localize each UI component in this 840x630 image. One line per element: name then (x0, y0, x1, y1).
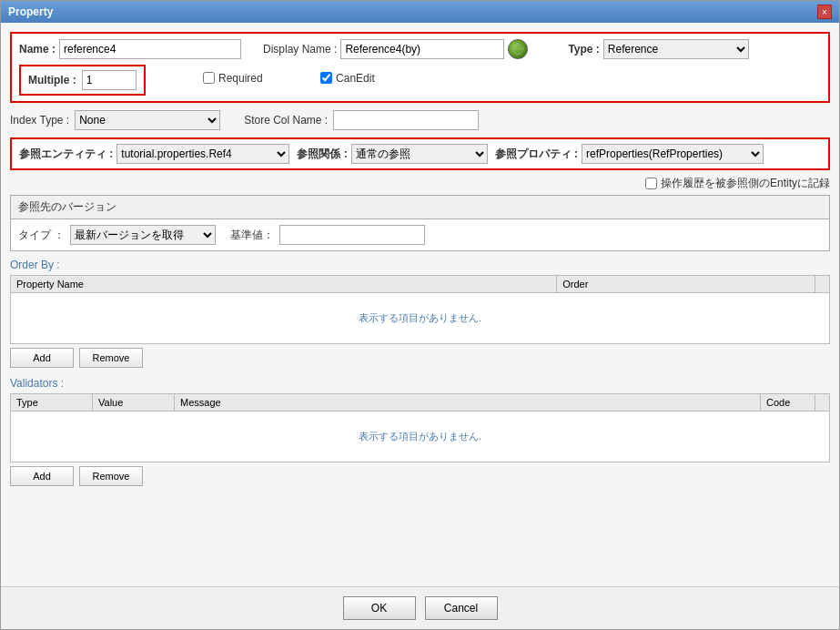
version-section-title: 参照先のバージョン (11, 196, 829, 219)
order-by-col-property: Property Name (11, 276, 557, 293)
name-type-section: Name : Display Name : Type : Reference (10, 32, 830, 103)
operation-log-row: 操作履歴を被参照側のEntityに記録 (10, 176, 830, 191)
validators-col-actions (815, 394, 830, 412)
order-by-empty-message: 表示する項目がありません. (11, 293, 830, 344)
order-by-col-order: Order (557, 276, 815, 293)
dialog-content: Name : Display Name : Type : Reference (1, 23, 839, 586)
validators-empty-message: 表示する項目がありません. (11, 412, 830, 462)
ref-relation-select[interactable]: 通常の参照 (351, 144, 488, 164)
can-edit-label: CanEdit (336, 72, 375, 85)
window-title: Property (8, 5, 53, 18)
multiple-input[interactable] (82, 70, 137, 90)
globe-icon[interactable] (508, 39, 528, 59)
multiple-section: Multiple : (19, 65, 146, 96)
version-type-label: タイプ ： (18, 228, 65, 243)
ref-entity-select[interactable]: tutorial.properties.Ref4 (116, 144, 289, 164)
validators-label: Validators : (10, 377, 830, 390)
display-name-label: Display Name : (263, 43, 337, 56)
validators-empty-row: 表示する項目がありません. (11, 412, 830, 462)
validators-table: Type Value Message Code 表示する項目がありません. (10, 393, 830, 462)
ok-button[interactable]: OK (343, 596, 416, 620)
version-type-select[interactable]: 最新バージョンを取得 (70, 225, 216, 245)
property-dialog: Property × Name : Display Name : (0, 0, 840, 630)
order-by-add-button[interactable]: Add (10, 348, 74, 368)
order-by-remove-button[interactable]: Remove (79, 348, 143, 368)
cancel-button[interactable]: Cancel (425, 596, 498, 620)
validators-col-value: Value (93, 394, 175, 412)
can-edit-checkbox[interactable] (320, 72, 332, 84)
type-label: Type : (568, 43, 599, 56)
index-type-select[interactable]: None (75, 110, 220, 130)
order-by-empty-row: 表示する項目がありません. (11, 293, 830, 344)
name-input[interactable] (59, 39, 241, 59)
order-by-col-actions (815, 276, 830, 293)
validators-buttons: Add Remove (10, 466, 830, 486)
validators-col-message: Message (175, 394, 761, 412)
ref-relation-label: 参照関係 : (297, 147, 347, 162)
version-content: タイプ ： 最新バージョンを取得 基準値： (11, 219, 829, 250)
ref-prop-select[interactable]: refProperties(RefProperties) (582, 144, 764, 164)
ref-prop-label: 参照プロパティ : (495, 147, 578, 162)
validators-col-code: Code (761, 394, 815, 412)
title-bar: Property × (1, 1, 839, 23)
name-label: Name : (19, 43, 56, 56)
type-select[interactable]: Reference (603, 39, 749, 59)
version-section: 参照先のバージョン タイプ ： 最新バージョンを取得 基準値： (10, 195, 830, 251)
index-row: Index Type : None Store Col Name : (10, 110, 830, 130)
order-by-section: Order By : Property Name Order 表示する項目があり… (10, 259, 830, 368)
ref-entity-label: 参照エンティティ : (19, 147, 113, 162)
required-checkbox[interactable] (203, 72, 215, 84)
order-by-buttons: Add Remove (10, 348, 830, 368)
ref-entity-section: 参照エンティティ : tutorial.properties.Ref4 参照関係… (10, 137, 830, 170)
order-by-label: Order By : (10, 259, 830, 271)
kijun-label: 基準値： (230, 228, 274, 243)
store-col-input[interactable] (333, 110, 479, 130)
display-name-input[interactable] (340, 39, 504, 59)
order-by-table: Property Name Order 表示する項目がありません. (10, 275, 830, 344)
kijun-input[interactable] (279, 225, 425, 245)
validators-remove-button[interactable]: Remove (79, 466, 143, 486)
store-col-label: Store Col Name : (244, 114, 328, 127)
validators-col-type: Type (11, 394, 93, 412)
validators-section: Validators : Type Value Message Code 表示す… (10, 377, 830, 486)
required-row: Required (203, 72, 263, 85)
multiple-label: Multiple : (28, 74, 76, 86)
bottom-buttons: OK Cancel (1, 586, 839, 629)
close-button[interactable]: × (817, 5, 832, 19)
required-label: Required (218, 72, 263, 85)
can-edit-row: CanEdit (320, 72, 375, 85)
operation-log-checkbox[interactable] (645, 178, 657, 189)
validators-add-button[interactable]: Add (10, 466, 74, 486)
index-type-label: Index Type : (10, 114, 69, 127)
operation-log-label: 操作履歴を被参照側のEntityに記録 (661, 176, 830, 191)
name-display-type-row: Name : Display Name : Type : Reference (19, 39, 821, 59)
